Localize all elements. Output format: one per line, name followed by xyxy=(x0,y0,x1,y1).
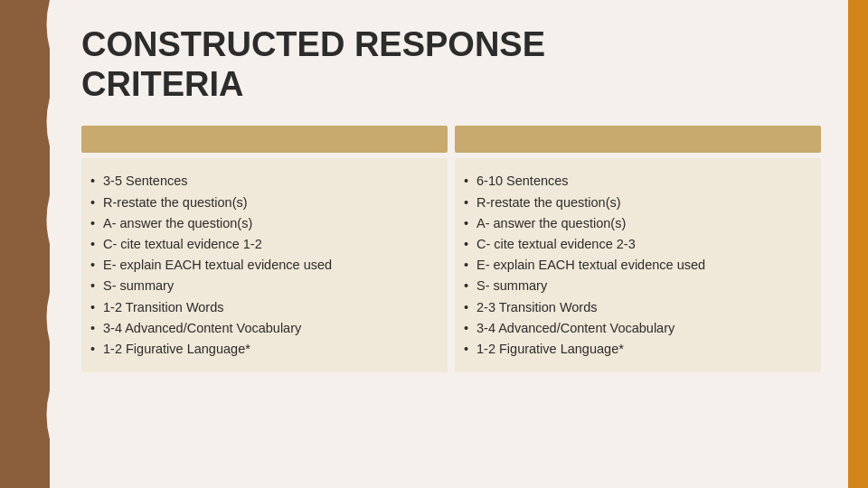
header-cell-left xyxy=(81,126,448,153)
main-content: CONSTRUCTED RESPONSE CRITERIA 3-5 Senten… xyxy=(63,0,839,488)
list-item: C- cite textual evidence 2-3 xyxy=(464,234,807,255)
title-line2: CRITERIA xyxy=(81,65,243,103)
svg-rect-0 xyxy=(0,0,50,488)
right-border-decoration xyxy=(848,0,868,488)
list-item: 6-10 Sentences xyxy=(464,171,807,192)
list-item: 3-4 Advanced/Content Vocabulary xyxy=(90,318,433,339)
list-item: S- summary xyxy=(90,276,433,296)
list-item: 1-2 Transition Words xyxy=(90,297,433,318)
list-item: 3-4 Advanced/Content Vocabulary xyxy=(464,318,807,339)
list-item: A- answer the question(s) xyxy=(464,213,807,234)
left-list: 3-5 SentencesR-restate the question(s)A-… xyxy=(90,171,433,360)
table-body: 3-5 SentencesR-restate the question(s)A-… xyxy=(81,158,821,372)
list-item: E- explain EACH textual evidence used xyxy=(464,255,807,276)
table-header xyxy=(81,126,821,153)
right-content-cell: 6-10 SentencesR-restate the question(s)A… xyxy=(455,158,821,372)
title-line1: CONSTRUCTED RESPONSE xyxy=(81,25,545,63)
list-item: 3-5 Sentences xyxy=(90,171,433,192)
list-item: 2-3 Transition Words xyxy=(464,297,807,318)
list-item: E- explain EACH textual evidence used xyxy=(90,255,433,276)
list-item: S- summary xyxy=(464,276,807,296)
page-title: CONSTRUCTED RESPONSE CRITERIA xyxy=(81,25,821,104)
list-item: 1-2 Figurative Language* xyxy=(90,339,433,360)
list-item: A- answer the question(s) xyxy=(90,213,433,234)
header-cell-right xyxy=(455,126,821,153)
list-item: R-restate the question(s) xyxy=(464,192,807,213)
list-item: R-restate the question(s) xyxy=(90,192,433,213)
list-item: 1-2 Figurative Language* xyxy=(464,339,807,360)
left-border-decoration xyxy=(0,0,59,488)
list-item: C- cite textual evidence 1-2 xyxy=(90,234,433,255)
right-list: 6-10 SentencesR-restate the question(s)A… xyxy=(464,171,807,360)
left-content-cell: 3-5 SentencesR-restate the question(s)A-… xyxy=(81,158,448,372)
